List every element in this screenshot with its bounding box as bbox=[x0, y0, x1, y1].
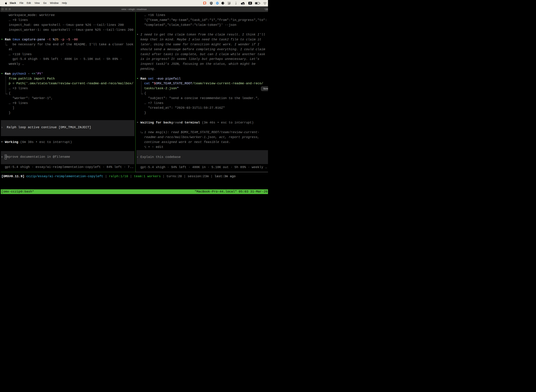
svg-text:..61: ..61 bbox=[242, 3, 244, 5]
svg-text:1: 1 bbox=[268, 8, 268, 10]
